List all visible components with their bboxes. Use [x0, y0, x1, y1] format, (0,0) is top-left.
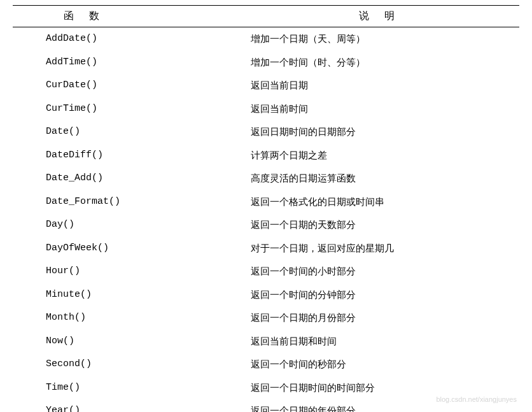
function-description-cell: 高度灵活的日期运算函数: [251, 167, 519, 190]
function-description-cell: 返回一个时间的秒部分: [251, 353, 519, 376]
function-name-cell: Now(): [13, 330, 251, 353]
function-description-cell: 返回一个日期的月份部分: [251, 306, 519, 330]
table-row: CurTime()返回当前时间: [13, 97, 519, 121]
function-name-cell: Minute(): [13, 283, 251, 307]
function-description-cell: 增加一个时间（时、分等）: [251, 51, 519, 75]
watermark-text: blog.csdn.net/xiangjunyes: [436, 395, 517, 403]
table-row: DateDiff()计算两个日期之差: [13, 144, 519, 167]
function-description-cell: 返回日期时间的日期部分: [251, 120, 519, 144]
function-name-cell: AddTime(): [13, 51, 251, 75]
function-description-cell: 返回一个日期的天数部分: [251, 213, 519, 237]
table-row: AddDate()增加一个日期（天、周等）: [13, 27, 519, 51]
header-description: 说明: [251, 6, 519, 27]
function-description-cell: 返回当前时间: [251, 97, 519, 121]
function-name-cell: Year(): [13, 399, 251, 412]
header-function: 函数: [13, 6, 251, 27]
table-row: Second()返回一个时间的秒部分: [13, 353, 519, 376]
function-name-cell: Date(): [13, 120, 251, 144]
function-name-cell: Date_Format(): [13, 190, 251, 214]
function-name-cell: Date_Add(): [13, 167, 251, 190]
function-description-cell: 返回当前日期: [251, 74, 519, 97]
function-name-cell: DayOfWeek(): [13, 237, 251, 260]
table-row: Date()返回日期时间的日期部分: [13, 120, 519, 144]
table-header-row: 函数 说明: [13, 6, 519, 27]
function-name-cell: Second(): [13, 353, 251, 376]
table-row: Date_Add()高度灵活的日期运算函数: [13, 167, 519, 190]
table-row: AddTime()增加一个时间（时、分等）: [13, 51, 519, 75]
function-name-cell: CurDate(): [13, 74, 251, 97]
table-row: Now()返回当前日期和时间: [13, 330, 519, 353]
table-row: Day()返回一个日期的天数部分: [13, 213, 519, 237]
function-name-cell: Time(): [13, 376, 251, 400]
function-name-cell: DateDiff(): [13, 144, 251, 167]
function-description-cell: 返回一个时间的分钟部分: [251, 283, 519, 307]
table-row: Month()返回一个日期的月份部分: [13, 306, 519, 330]
function-description-cell: 返回一个格式化的日期或时间串: [251, 190, 519, 214]
function-name-cell: Day(): [13, 213, 251, 237]
function-description-cell: 返回一个时间的小时部分: [251, 260, 519, 283]
table-row: Hour()返回一个时间的小时部分: [13, 260, 519, 283]
table-row: DayOfWeek()对于一个日期，返回对应的星期几: [13, 237, 519, 260]
function-name-cell: Hour(): [13, 260, 251, 283]
table-row: CurDate()返回当前日期: [13, 74, 519, 97]
functions-table: 函数 说明 AddDate()增加一个日期（天、周等）AddTime()增加一个…: [13, 5, 519, 412]
table-row: Date_Format()返回一个格式化的日期或时间串: [13, 190, 519, 214]
function-name-cell: AddDate(): [13, 27, 251, 51]
function-description-cell: 对于一个日期，返回对应的星期几: [251, 237, 519, 260]
function-description-cell: 计算两个日期之差: [251, 144, 519, 167]
table-row: Minute()返回一个时间的分钟部分: [13, 283, 519, 307]
function-name-cell: Month(): [13, 306, 251, 330]
function-name-cell: CurTime(): [13, 97, 251, 121]
function-description-cell: 返回当前日期和时间: [251, 330, 519, 353]
function-description-cell: 增加一个日期（天、周等）: [251, 27, 519, 51]
